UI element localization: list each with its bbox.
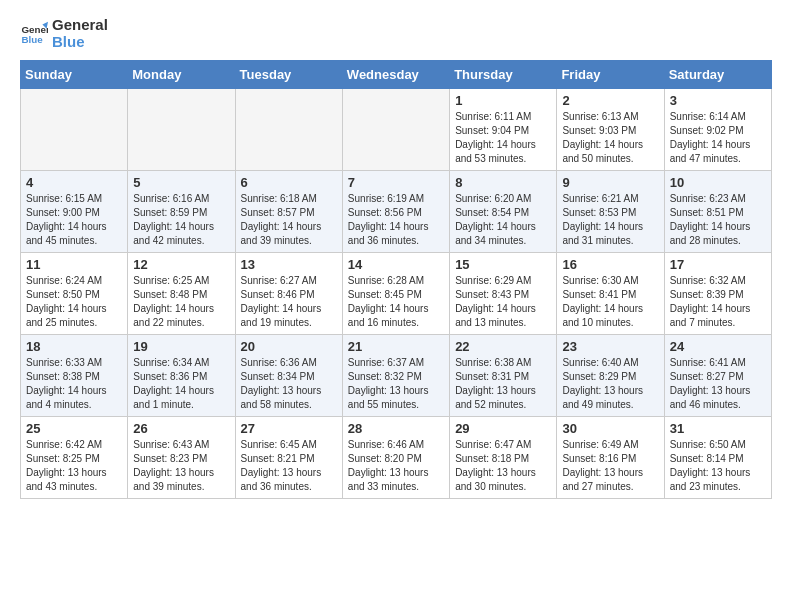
calendar-day: 10Sunrise: 6:23 AM Sunset: 8:51 PM Dayli… bbox=[664, 171, 771, 253]
day-number: 6 bbox=[241, 175, 337, 190]
calendar-day: 21Sunrise: 6:37 AM Sunset: 8:32 PM Dayli… bbox=[342, 335, 449, 417]
day-number: 17 bbox=[670, 257, 766, 272]
weekday-header-sunday: Sunday bbox=[21, 61, 128, 89]
day-info: Sunrise: 6:23 AM Sunset: 8:51 PM Dayligh… bbox=[670, 192, 766, 248]
day-number: 31 bbox=[670, 421, 766, 436]
day-number: 10 bbox=[670, 175, 766, 190]
calendar-day: 4Sunrise: 6:15 AM Sunset: 9:00 PM Daylig… bbox=[21, 171, 128, 253]
day-info: Sunrise: 6:41 AM Sunset: 8:27 PM Dayligh… bbox=[670, 356, 766, 412]
logo: General Blue General Blue bbox=[20, 16, 108, 50]
day-number: 22 bbox=[455, 339, 551, 354]
day-number: 7 bbox=[348, 175, 444, 190]
day-number: 1 bbox=[455, 93, 551, 108]
day-number: 8 bbox=[455, 175, 551, 190]
day-info: Sunrise: 6:46 AM Sunset: 8:20 PM Dayligh… bbox=[348, 438, 444, 494]
calendar-day: 19Sunrise: 6:34 AM Sunset: 8:36 PM Dayli… bbox=[128, 335, 235, 417]
calendar-day: 17Sunrise: 6:32 AM Sunset: 8:39 PM Dayli… bbox=[664, 253, 771, 335]
day-number: 15 bbox=[455, 257, 551, 272]
day-number: 16 bbox=[562, 257, 658, 272]
day-info: Sunrise: 6:47 AM Sunset: 8:18 PM Dayligh… bbox=[455, 438, 551, 494]
calendar-day: 24Sunrise: 6:41 AM Sunset: 8:27 PM Dayli… bbox=[664, 335, 771, 417]
day-info: Sunrise: 6:37 AM Sunset: 8:32 PM Dayligh… bbox=[348, 356, 444, 412]
day-info: Sunrise: 6:13 AM Sunset: 9:03 PM Dayligh… bbox=[562, 110, 658, 166]
day-info: Sunrise: 6:43 AM Sunset: 8:23 PM Dayligh… bbox=[133, 438, 229, 494]
day-number: 28 bbox=[348, 421, 444, 436]
calendar-day bbox=[342, 89, 449, 171]
calendar-day bbox=[21, 89, 128, 171]
calendar-day: 2Sunrise: 6:13 AM Sunset: 9:03 PM Daylig… bbox=[557, 89, 664, 171]
calendar-day: 16Sunrise: 6:30 AM Sunset: 8:41 PM Dayli… bbox=[557, 253, 664, 335]
calendar-day: 11Sunrise: 6:24 AM Sunset: 8:50 PM Dayli… bbox=[21, 253, 128, 335]
day-number: 5 bbox=[133, 175, 229, 190]
calendar-day: 15Sunrise: 6:29 AM Sunset: 8:43 PM Dayli… bbox=[450, 253, 557, 335]
calendar-day: 30Sunrise: 6:49 AM Sunset: 8:16 PM Dayli… bbox=[557, 417, 664, 499]
day-number: 27 bbox=[241, 421, 337, 436]
weekday-header-monday: Monday bbox=[128, 61, 235, 89]
calendar-week-3: 11Sunrise: 6:24 AM Sunset: 8:50 PM Dayli… bbox=[21, 253, 772, 335]
svg-text:Blue: Blue bbox=[21, 34, 43, 45]
day-number: 24 bbox=[670, 339, 766, 354]
day-number: 14 bbox=[348, 257, 444, 272]
logo-text-line1: General bbox=[52, 16, 108, 33]
weekday-header-wednesday: Wednesday bbox=[342, 61, 449, 89]
day-info: Sunrise: 6:29 AM Sunset: 8:43 PM Dayligh… bbox=[455, 274, 551, 330]
day-info: Sunrise: 6:15 AM Sunset: 9:00 PM Dayligh… bbox=[26, 192, 122, 248]
calendar-day: 8Sunrise: 6:20 AM Sunset: 8:54 PM Daylig… bbox=[450, 171, 557, 253]
day-info: Sunrise: 6:25 AM Sunset: 8:48 PM Dayligh… bbox=[133, 274, 229, 330]
day-number: 18 bbox=[26, 339, 122, 354]
calendar-day bbox=[235, 89, 342, 171]
day-info: Sunrise: 6:21 AM Sunset: 8:53 PM Dayligh… bbox=[562, 192, 658, 248]
calendar-day: 14Sunrise: 6:28 AM Sunset: 8:45 PM Dayli… bbox=[342, 253, 449, 335]
day-number: 13 bbox=[241, 257, 337, 272]
day-info: Sunrise: 6:24 AM Sunset: 8:50 PM Dayligh… bbox=[26, 274, 122, 330]
day-info: Sunrise: 6:11 AM Sunset: 9:04 PM Dayligh… bbox=[455, 110, 551, 166]
day-info: Sunrise: 6:30 AM Sunset: 8:41 PM Dayligh… bbox=[562, 274, 658, 330]
weekday-header-row: SundayMondayTuesdayWednesdayThursdayFrid… bbox=[21, 61, 772, 89]
calendar-day: 31Sunrise: 6:50 AM Sunset: 8:14 PM Dayli… bbox=[664, 417, 771, 499]
calendar-week-2: 4Sunrise: 6:15 AM Sunset: 9:00 PM Daylig… bbox=[21, 171, 772, 253]
day-info: Sunrise: 6:45 AM Sunset: 8:21 PM Dayligh… bbox=[241, 438, 337, 494]
calendar-day: 13Sunrise: 6:27 AM Sunset: 8:46 PM Dayli… bbox=[235, 253, 342, 335]
calendar-day: 7Sunrise: 6:19 AM Sunset: 8:56 PM Daylig… bbox=[342, 171, 449, 253]
calendar-day bbox=[128, 89, 235, 171]
logo-icon: General Blue bbox=[20, 19, 48, 47]
calendar-day: 6Sunrise: 6:18 AM Sunset: 8:57 PM Daylig… bbox=[235, 171, 342, 253]
weekday-header-friday: Friday bbox=[557, 61, 664, 89]
day-number: 23 bbox=[562, 339, 658, 354]
logo-text-line2: Blue bbox=[52, 33, 108, 50]
weekday-header-thursday: Thursday bbox=[450, 61, 557, 89]
day-info: Sunrise: 6:18 AM Sunset: 8:57 PM Dayligh… bbox=[241, 192, 337, 248]
day-info: Sunrise: 6:42 AM Sunset: 8:25 PM Dayligh… bbox=[26, 438, 122, 494]
day-info: Sunrise: 6:33 AM Sunset: 8:38 PM Dayligh… bbox=[26, 356, 122, 412]
weekday-header-saturday: Saturday bbox=[664, 61, 771, 89]
day-number: 30 bbox=[562, 421, 658, 436]
day-info: Sunrise: 6:20 AM Sunset: 8:54 PM Dayligh… bbox=[455, 192, 551, 248]
header: General Blue General Blue bbox=[20, 16, 772, 50]
calendar-day: 3Sunrise: 6:14 AM Sunset: 9:02 PM Daylig… bbox=[664, 89, 771, 171]
calendar-day: 9Sunrise: 6:21 AM Sunset: 8:53 PM Daylig… bbox=[557, 171, 664, 253]
day-info: Sunrise: 6:32 AM Sunset: 8:39 PM Dayligh… bbox=[670, 274, 766, 330]
day-info: Sunrise: 6:14 AM Sunset: 9:02 PM Dayligh… bbox=[670, 110, 766, 166]
day-number: 12 bbox=[133, 257, 229, 272]
day-number: 3 bbox=[670, 93, 766, 108]
calendar-day: 12Sunrise: 6:25 AM Sunset: 8:48 PM Dayli… bbox=[128, 253, 235, 335]
day-number: 20 bbox=[241, 339, 337, 354]
day-info: Sunrise: 6:16 AM Sunset: 8:59 PM Dayligh… bbox=[133, 192, 229, 248]
calendar-day: 22Sunrise: 6:38 AM Sunset: 8:31 PM Dayli… bbox=[450, 335, 557, 417]
day-number: 4 bbox=[26, 175, 122, 190]
day-number: 25 bbox=[26, 421, 122, 436]
calendar-day: 5Sunrise: 6:16 AM Sunset: 8:59 PM Daylig… bbox=[128, 171, 235, 253]
day-info: Sunrise: 6:34 AM Sunset: 8:36 PM Dayligh… bbox=[133, 356, 229, 412]
calendar-week-5: 25Sunrise: 6:42 AM Sunset: 8:25 PM Dayli… bbox=[21, 417, 772, 499]
calendar-day: 26Sunrise: 6:43 AM Sunset: 8:23 PM Dayli… bbox=[128, 417, 235, 499]
day-number: 19 bbox=[133, 339, 229, 354]
calendar-day: 25Sunrise: 6:42 AM Sunset: 8:25 PM Dayli… bbox=[21, 417, 128, 499]
weekday-header-tuesday: Tuesday bbox=[235, 61, 342, 89]
calendar-day: 27Sunrise: 6:45 AM Sunset: 8:21 PM Dayli… bbox=[235, 417, 342, 499]
calendar-table: SundayMondayTuesdayWednesdayThursdayFrid… bbox=[20, 60, 772, 499]
day-info: Sunrise: 6:19 AM Sunset: 8:56 PM Dayligh… bbox=[348, 192, 444, 248]
day-info: Sunrise: 6:27 AM Sunset: 8:46 PM Dayligh… bbox=[241, 274, 337, 330]
day-number: 2 bbox=[562, 93, 658, 108]
calendar-day: 1Sunrise: 6:11 AM Sunset: 9:04 PM Daylig… bbox=[450, 89, 557, 171]
day-number: 26 bbox=[133, 421, 229, 436]
